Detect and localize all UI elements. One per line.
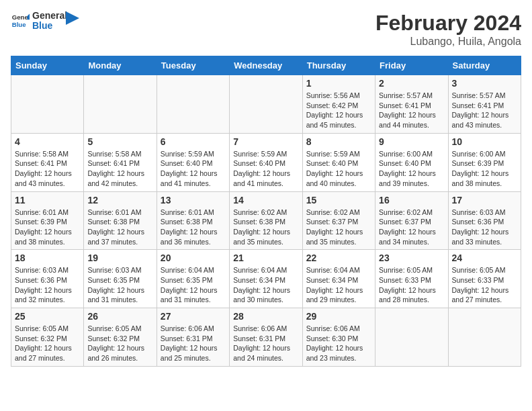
day-detail: Sunrise: 6:02 AMSunset: 6:38 PMDaylight:… <box>233 208 298 247</box>
day-number: 3 <box>452 78 517 89</box>
day-number: 22 <box>306 253 371 263</box>
calendar-cell <box>230 75 302 134</box>
day-detail: Sunrise: 6:05 AMSunset: 6:33 PMDaylight:… <box>452 265 517 305</box>
day-detail: Sunrise: 6:01 AMSunset: 6:39 PMDaylight:… <box>15 208 80 247</box>
calendar-cell: 23Sunrise: 6:05 AMSunset: 6:33 PMDayligh… <box>375 250 448 308</box>
day-number: 4 <box>15 136 80 147</box>
day-detail: Sunrise: 6:03 AMSunset: 6:36 PMDaylight:… <box>452 208 517 247</box>
logo-general: General <box>32 11 67 21</box>
calendar-cell: 6Sunrise: 5:59 AMSunset: 6:40 PMDaylight… <box>157 133 229 191</box>
weekday-header-monday: Monday <box>84 56 157 75</box>
day-number: 15 <box>306 195 371 205</box>
svg-text:Blue: Blue <box>12 21 26 28</box>
calendar-cell: 12Sunrise: 6:01 AMSunset: 6:38 PMDayligh… <box>84 191 157 250</box>
day-detail: Sunrise: 6:01 AMSunset: 6:38 PMDaylight:… <box>161 208 226 247</box>
day-number: 29 <box>306 311 371 322</box>
calendar-cell: 16Sunrise: 6:02 AMSunset: 6:37 PMDayligh… <box>375 191 448 250</box>
calendar-cell <box>11 75 84 134</box>
day-number: 13 <box>161 195 226 205</box>
week-row-4: 18Sunrise: 6:03 AMSunset: 6:36 PMDayligh… <box>11 250 521 308</box>
day-detail: Sunrise: 6:00 AMSunset: 6:39 PMDaylight:… <box>452 149 517 189</box>
calendar-cell: 1Sunrise: 5:56 AMSunset: 6:42 PMDaylight… <box>302 75 375 134</box>
day-number: 8 <box>306 136 371 147</box>
calendar-cell: 22Sunrise: 6:04 AMSunset: 6:34 PMDayligh… <box>302 250 375 308</box>
calendar-cell <box>157 75 229 134</box>
week-row-1: 1Sunrise: 5:56 AMSunset: 6:42 PMDaylight… <box>11 75 521 134</box>
calendar-cell <box>448 308 521 367</box>
day-number: 1 <box>306 78 371 89</box>
calendar-cell: 4Sunrise: 5:58 AMSunset: 6:41 PMDaylight… <box>11 133 84 191</box>
day-detail: Sunrise: 6:06 AMSunset: 6:30 PMDaylight:… <box>306 324 371 363</box>
calendar-cell: 5Sunrise: 5:58 AMSunset: 6:41 PMDaylight… <box>84 133 157 191</box>
calendar-body: 1Sunrise: 5:56 AMSunset: 6:42 PMDaylight… <box>11 75 521 367</box>
day-detail: Sunrise: 5:58 AMSunset: 6:41 PMDaylight:… <box>15 149 80 189</box>
weekday-header-thursday: Thursday <box>302 56 375 75</box>
day-detail: Sunrise: 6:03 AMSunset: 6:35 PMDaylight:… <box>87 265 152 305</box>
day-detail: Sunrise: 6:02 AMSunset: 6:37 PMDaylight:… <box>306 208 371 247</box>
logo-arrow-icon <box>66 11 79 25</box>
day-detail: Sunrise: 6:01 AMSunset: 6:38 PMDaylight:… <box>87 208 152 247</box>
day-number: 18 <box>15 253 80 263</box>
day-detail: Sunrise: 5:59 AMSunset: 6:40 PMDaylight:… <box>161 149 226 189</box>
day-number: 11 <box>15 195 80 205</box>
day-detail: Sunrise: 5:59 AMSunset: 6:40 PMDaylight:… <box>233 149 298 189</box>
day-number: 19 <box>87 253 152 263</box>
day-detail: Sunrise: 5:57 AMSunset: 6:41 PMDaylight:… <box>452 91 517 130</box>
weekday-header-sunday: Sunday <box>11 56 84 75</box>
weekday-header-friday: Friday <box>375 56 448 75</box>
day-detail: Sunrise: 6:05 AMSunset: 6:33 PMDaylight:… <box>379 265 444 305</box>
calendar-cell: 17Sunrise: 6:03 AMSunset: 6:36 PMDayligh… <box>448 191 521 250</box>
day-number: 16 <box>379 195 444 205</box>
day-number: 9 <box>379 136 444 147</box>
day-number: 26 <box>87 311 152 322</box>
day-number: 24 <box>452 253 517 263</box>
day-number: 12 <box>87 195 152 205</box>
calendar-cell: 25Sunrise: 6:05 AMSunset: 6:32 PMDayligh… <box>11 308 84 367</box>
logo-blue: Blue <box>32 21 67 31</box>
day-detail: Sunrise: 6:05 AMSunset: 6:32 PMDaylight:… <box>87 324 152 363</box>
logo: General Blue General Blue <box>11 11 79 32</box>
svg-text:General: General <box>12 14 30 21</box>
calendar-cell: 20Sunrise: 6:04 AMSunset: 6:35 PMDayligh… <box>157 250 229 308</box>
day-detail: Sunrise: 6:06 AMSunset: 6:31 PMDaylight:… <box>161 324 226 363</box>
day-number: 17 <box>452 195 517 205</box>
weekday-header-row: SundayMondayTuesdayWednesdayThursdayFrid… <box>11 56 521 75</box>
weekday-header-tuesday: Tuesday <box>157 56 229 75</box>
calendar-cell: 15Sunrise: 6:02 AMSunset: 6:37 PMDayligh… <box>302 191 375 250</box>
calendar-cell: 11Sunrise: 6:01 AMSunset: 6:39 PMDayligh… <box>11 191 84 250</box>
calendar-cell: 9Sunrise: 6:00 AMSunset: 6:40 PMDaylight… <box>375 133 448 191</box>
day-number: 5 <box>87 136 152 147</box>
day-number: 23 <box>379 253 444 263</box>
day-number: 27 <box>161 311 226 322</box>
day-detail: Sunrise: 6:04 AMSunset: 6:34 PMDaylight:… <box>233 265 298 305</box>
calendar-cell: 18Sunrise: 6:03 AMSunset: 6:36 PMDayligh… <box>11 250 84 308</box>
weekday-header-wednesday: Wednesday <box>230 56 302 75</box>
calendar-cell <box>375 308 448 367</box>
week-row-3: 11Sunrise: 6:01 AMSunset: 6:39 PMDayligh… <box>11 191 521 250</box>
day-number: 7 <box>233 136 298 147</box>
calendar-table: SundayMondayTuesdayWednesdayThursdayFrid… <box>11 56 521 367</box>
day-detail: Sunrise: 6:05 AMSunset: 6:32 PMDaylight:… <box>15 324 80 363</box>
week-row-2: 4Sunrise: 5:58 AMSunset: 6:41 PMDaylight… <box>11 133 521 191</box>
calendar-cell: 7Sunrise: 5:59 AMSunset: 6:40 PMDaylight… <box>230 133 302 191</box>
calendar-cell: 27Sunrise: 6:06 AMSunset: 6:31 PMDayligh… <box>157 308 229 367</box>
calendar-cell: 24Sunrise: 6:05 AMSunset: 6:33 PMDayligh… <box>448 250 521 308</box>
calendar-cell: 29Sunrise: 6:06 AMSunset: 6:30 PMDayligh… <box>302 308 375 367</box>
page-header: General Blue General Blue February 2024 … <box>11 11 521 48</box>
calendar-cell: 26Sunrise: 6:05 AMSunset: 6:32 PMDayligh… <box>84 308 157 367</box>
day-detail: Sunrise: 6:06 AMSunset: 6:31 PMDaylight:… <box>233 324 298 363</box>
day-number: 28 <box>233 311 298 322</box>
calendar-cell: 13Sunrise: 6:01 AMSunset: 6:38 PMDayligh… <box>157 191 229 250</box>
day-number: 2 <box>379 78 444 89</box>
title-area: February 2024 Lubango, Huila, Angola <box>375 11 521 48</box>
day-detail: Sunrise: 6:03 AMSunset: 6:36 PMDaylight:… <box>15 265 80 305</box>
day-number: 25 <box>15 311 80 322</box>
logo-icon: General Blue <box>11 11 30 30</box>
day-detail: Sunrise: 5:59 AMSunset: 6:40 PMDaylight:… <box>306 149 371 189</box>
day-number: 14 <box>233 195 298 205</box>
calendar-cell: 10Sunrise: 6:00 AMSunset: 6:39 PMDayligh… <box>448 133 521 191</box>
calendar-cell <box>84 75 157 134</box>
svg-marker-3 <box>66 11 79 25</box>
calendar-cell: 8Sunrise: 5:59 AMSunset: 6:40 PMDaylight… <box>302 133 375 191</box>
weekday-header-saturday: Saturday <box>448 56 521 75</box>
